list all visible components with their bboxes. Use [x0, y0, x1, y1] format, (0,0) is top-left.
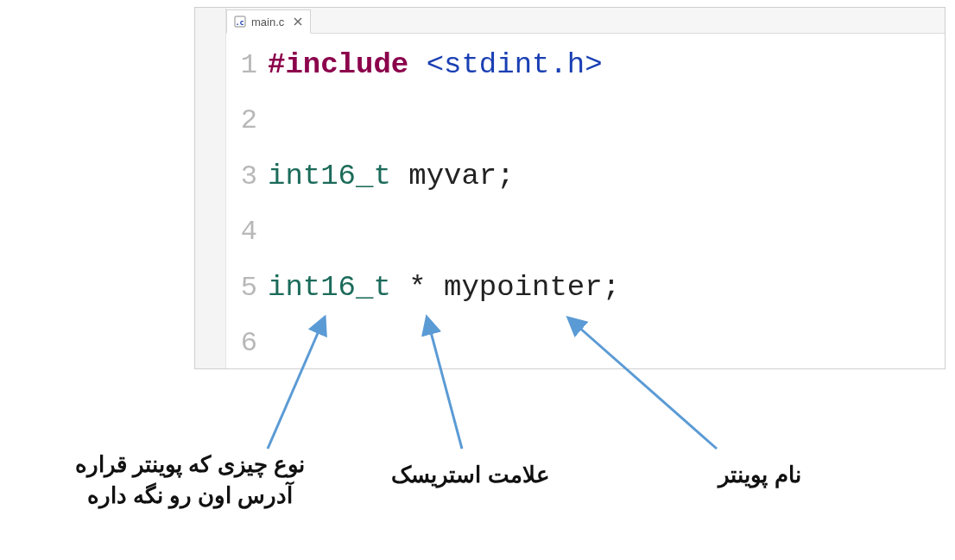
code-content: int16_t myvar; — [268, 148, 515, 204]
line-number: 6 — [226, 316, 268, 371]
tab-main-c[interactable]: .c main.c — [226, 9, 311, 34]
code-token: ; — [496, 160, 514, 192]
editor-window: .c main.c 1#include <stdint.h>23int16_t … — [194, 7, 946, 369]
tab-bar: .c main.c — [226, 8, 945, 34]
code-token — [427, 271, 444, 304]
code-token: <stdint.h> — [427, 48, 603, 81]
code-area[interactable]: 1#include <stdint.h>23int16_t myvar;45in… — [226, 34, 945, 368]
code-lines: 1#include <stdint.h>23int16_t myvar;45in… — [226, 34, 945, 371]
code-token — [391, 271, 408, 304]
line-number: 1 — [226, 38, 268, 93]
code-row: 2 — [226, 93, 945, 148]
code-token: int16_t — [268, 271, 391, 304]
line-number: 5 — [226, 261, 268, 316]
c-file-icon: .c — [234, 16, 246, 28]
code-token — [391, 160, 408, 192]
code-row: 1#include <stdint.h> — [226, 37, 945, 93]
line-number: 3 — [226, 149, 268, 204]
annotation-label-name: نام پوینتر — [682, 459, 838, 490]
line-number: 4 — [226, 204, 268, 260]
code-content: #include <stdint.h> — [268, 37, 603, 92]
code-token: int16_t — [268, 160, 391, 192]
svg-text:.c: .c — [236, 18, 244, 27]
stage: .c main.c 1#include <stdint.h>23int16_t … — [0, 0, 955, 560]
code-row: 4 — [226, 204, 945, 260]
code-token: * — [408, 271, 426, 304]
code-token — [408, 48, 426, 81]
annotation-label-asterisk: علامت استریسک — [363, 459, 579, 490]
code-row: 6 — [226, 316, 945, 371]
line-number: 2 — [226, 93, 268, 148]
code-token: #include — [268, 48, 408, 81]
code-token: myvar — [408, 160, 496, 192]
code-row: 5int16_t * mypointer; — [226, 260, 945, 316]
close-icon[interactable] — [293, 16, 303, 27]
tab-filename: main.c — [251, 16, 284, 28]
code-content: int16_t * mypointer; — [268, 260, 620, 315]
code-row: 3int16_t myvar; — [226, 148, 945, 204]
code-token: mypointer — [444, 271, 603, 304]
left-gutter — [195, 8, 226, 368]
annotation-label-type: نوع چیزی که پوینتر قراره آدرس اون رو نگه… — [60, 449, 319, 512]
code-token: ; — [603, 271, 620, 304]
